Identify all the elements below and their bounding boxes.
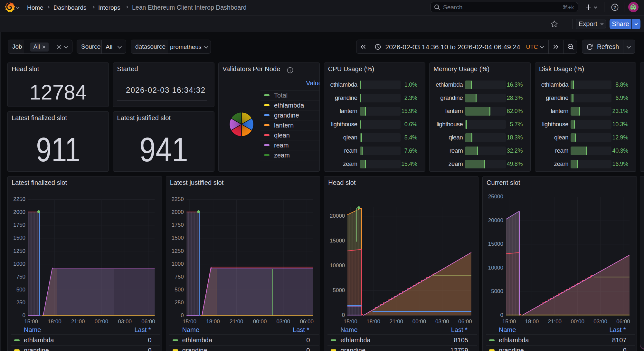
svg-text:12784: 12784	[30, 81, 87, 104]
svg-text:941: 941	[139, 131, 188, 168]
svg-text:?: ?	[613, 5, 616, 10]
svg-text:2026-02-03 16:34:32: 2026-02-03 16:34:32	[126, 85, 205, 94]
svg-text:911: 911	[36, 131, 80, 168]
